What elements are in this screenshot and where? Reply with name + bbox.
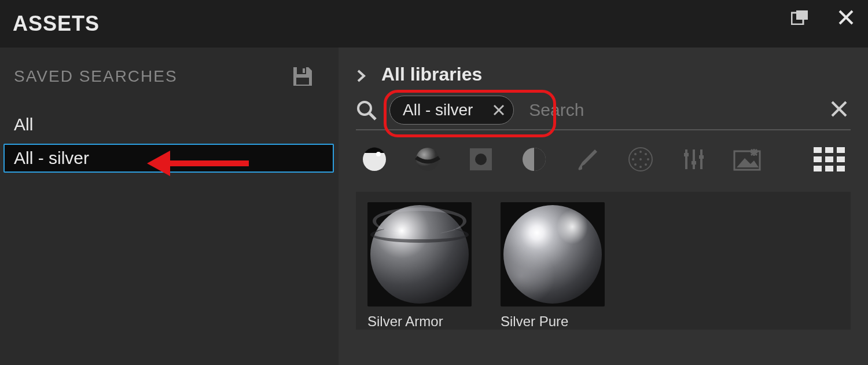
breadcrumb: All libraries [356, 64, 851, 85]
asset-thumbnail [501, 202, 605, 306]
svg-marker-38 [737, 158, 759, 167]
svg-rect-36 [699, 155, 704, 159]
assets-main: All libraries All - silver Search [339, 48, 868, 365]
filter-toolbar [356, 145, 851, 173]
svg-rect-35 [692, 161, 696, 165]
svg-point-28 [639, 166, 642, 168]
svg-rect-50 [825, 166, 833, 171]
svg-rect-48 [837, 156, 845, 162]
svg-rect-47 [825, 156, 833, 162]
panel-title: ASSETS [13, 12, 100, 36]
asset-thumbnail [367, 202, 472, 306]
results-grid: Silver Armor Silver Pure [356, 192, 851, 330]
svg-rect-44 [825, 147, 833, 153]
popout-icon[interactable] [788, 6, 811, 29]
search-chip-label: All - silver [403, 101, 473, 119]
svg-point-30 [647, 158, 649, 160]
search-icon[interactable] [356, 100, 377, 121]
chevron-right-icon[interactable] [356, 69, 367, 81]
panel-header: ASSETS [0, 0, 868, 48]
svg-rect-5 [303, 68, 305, 73]
svg-point-27 [639, 151, 642, 153]
saved-search-all[interactable]: All [0, 109, 339, 140]
asset-silver-pure[interactable]: Silver Pure [501, 202, 616, 330]
search-clear-icon[interactable] [830, 100, 851, 121]
header-icons [788, 6, 858, 29]
svg-point-29 [632, 158, 634, 160]
material-sphere-icon[interactable] [414, 145, 442, 173]
pattern-icon[interactable] [627, 145, 654, 173]
search-input[interactable]: Search [529, 100, 830, 120]
close-icon[interactable] [834, 6, 858, 29]
texture-icon[interactable] [467, 145, 495, 173]
saved-searches-panel: SAVED SEARCHES All All - silver [0, 48, 339, 365]
brush-icon[interactable] [573, 145, 601, 173]
bw-map-icon[interactable] [520, 145, 548, 173]
svg-point-16 [376, 152, 381, 156]
svg-point-25 [634, 163, 637, 166]
breadcrumb-label[interactable]: All libraries [381, 64, 482, 85]
search-bar[interactable]: All - silver Search [356, 96, 851, 130]
svg-point-26 [645, 163, 647, 166]
settings-sliders-icon[interactable] [680, 145, 708, 173]
svg-rect-1 [796, 10, 808, 20]
saved-searches-title: SAVED SEARCHES [14, 67, 178, 86]
svg-point-9 [358, 102, 371, 115]
chip-remove-icon[interactable] [492, 104, 505, 116]
svg-line-10 [370, 114, 376, 119]
svg-rect-45 [837, 147, 845, 153]
svg-rect-46 [814, 156, 822, 162]
svg-point-24 [645, 153, 647, 155]
svg-point-23 [634, 153, 637, 155]
svg-point-19 [475, 154, 487, 165]
asset-label: Silver Armor [367, 313, 443, 330]
svg-rect-43 [814, 147, 822, 153]
saved-searches-list: All All - silver [0, 109, 339, 173]
svg-rect-49 [814, 166, 822, 171]
svg-rect-51 [837, 166, 845, 171]
material-shader-icon[interactable] [361, 145, 388, 173]
search-chip[interactable]: All - silver [389, 96, 514, 125]
image-icon[interactable] [733, 145, 761, 173]
save-disk-icon[interactable] [290, 64, 315, 89]
asset-label: Silver Pure [501, 313, 568, 330]
grid-view-icon[interactable] [814, 147, 846, 171]
asset-silver-armor[interactable]: Silver Armor [367, 202, 483, 330]
svg-point-22 [639, 158, 642, 160]
svg-rect-6 [296, 78, 309, 85]
svg-rect-34 [684, 153, 689, 156]
saved-search-all-silver[interactable]: All - silver [3, 144, 334, 173]
